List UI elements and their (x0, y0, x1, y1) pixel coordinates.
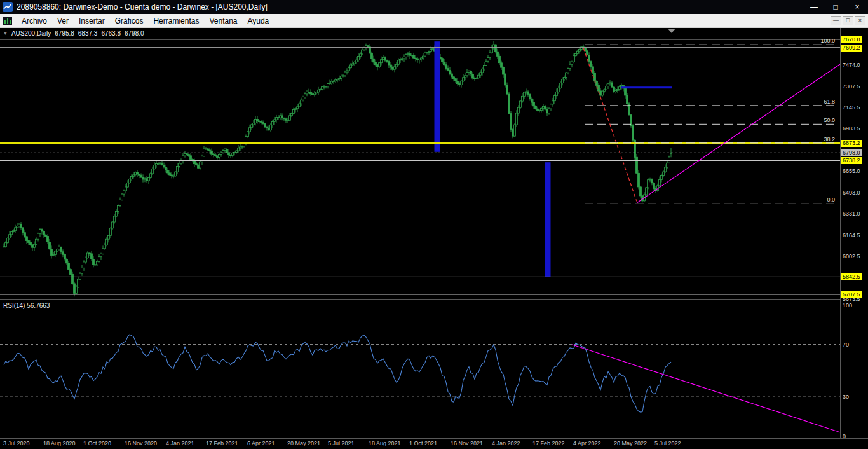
price-axis-label: 6983.5 (841, 125, 862, 132)
restore-button[interactable]: □ (825, 0, 846, 14)
menu-insertar[interactable]: Insertar (74, 14, 110, 27)
blue-vertical-mark (435, 41, 440, 152)
legend-symbol: AUS200,Daily (11, 30, 51, 37)
time-axis-label: 1 Oct 2021 (409, 440, 437, 446)
rsi-indicator-chart[interactable] (0, 300, 840, 438)
time-axis-label: 3 Jul 2020 (3, 440, 30, 446)
one-click-trading-arrow[interactable]: ▼ (3, 31, 8, 36)
legend-low: 6763.8 (101, 30, 121, 37)
time-axis-label: 4 Apr 2022 (573, 440, 601, 446)
mdi-restore-button[interactable]: □ (843, 16, 853, 25)
price-axis-label: 7145.5 (841, 104, 862, 111)
price-line-badge: 5842.5 (841, 273, 862, 280)
chart-shift-marker[interactable] (668, 29, 675, 33)
fib-label: 100.0 (820, 38, 835, 44)
blue-horizontal-mark (621, 86, 672, 88)
application-window: 2089058860: Darwinex-Demo - Cuenta demo … (0, 0, 868, 449)
time-axis-label: 6 Apr 2021 (247, 440, 275, 446)
menu-herramientas[interactable]: Herramientas (148, 14, 204, 27)
price-line-badge: 6873.2 (841, 140, 862, 147)
time-axis-label: 1 Oct 2020 (83, 440, 111, 446)
fib-label: 50.0 (824, 117, 835, 123)
legend-open: 6795.8 (55, 30, 74, 37)
price-axis-label: 6164.5 (841, 232, 862, 239)
price-chart[interactable]: 100.061.850.038.20.0 (0, 28, 840, 299)
time-axis-label: 20 May 2021 (287, 440, 320, 446)
horizontal-lines (0, 39, 840, 294)
rsi-trendline[interactable] (572, 345, 840, 432)
time-axis-label: 16 Nov 2020 (125, 440, 157, 446)
fib-label: 61.8 (824, 99, 835, 105)
time-axis-label: 20 May 2022 (614, 440, 647, 446)
price-axis-label: 7474.0 (841, 62, 862, 69)
menu-ver[interactable]: Ver (52, 14, 74, 27)
trendline-ascending[interactable] (637, 64, 840, 203)
rsi-axis-label: 0 (841, 433, 847, 440)
time-axis-label: 5 Jul 2021 (328, 440, 355, 446)
fib-label: 38.2 (824, 136, 835, 142)
time-axis-label: 18 Aug 2021 (369, 440, 401, 446)
menu-ayuda[interactable]: Ayuda (242, 14, 274, 27)
price-axis-label: 6493.0 (841, 190, 862, 197)
candles (3, 41, 672, 296)
rsi-legend: RSI(14) 56.7663 (3, 302, 50, 309)
legend-close: 6798.0 (125, 30, 144, 37)
rsi-line (4, 335, 671, 412)
time-axis[interactable]: 3 Jul 202018 Aug 20201 Oct 202016 Nov 20… (0, 439, 868, 449)
mdi-minimize-button[interactable]: — (831, 16, 841, 25)
trendline-red-dashed[interactable] (583, 48, 637, 201)
price-line-badge: 7609.2 (841, 45, 862, 52)
close-button[interactable]: × (846, 0, 868, 14)
time-axis-label: 4 Jan 2022 (492, 440, 520, 446)
menu-ventana[interactable]: Ventana (204, 14, 242, 27)
price-axis[interactable]: 7474.07307.57145.56983.56655.06493.06331… (841, 28, 868, 438)
rsi-axis-label: 30 (841, 394, 850, 401)
chart-window-icon (3, 17, 12, 25)
menu-graficos[interactable]: Gráficos (110, 14, 149, 27)
window-title: 2089058860: Darwinex-Demo - Cuenta demo … (17, 3, 268, 11)
rsi-axis-label: 70 (841, 342, 850, 349)
menu-archivo[interactable]: Archivo (17, 14, 52, 27)
fibonacci-retracement[interactable]: 100.061.850.038.20.0 (585, 38, 837, 204)
price-line-badge: 7670.8 (841, 36, 862, 43)
menu-bar: ArchivoVerInsertarGráficosHerramientasVe… (0, 14, 868, 28)
price-axis-label: 6655.0 (841, 168, 862, 175)
menu-items: ArchivoVerInsertarGráficosHerramientasVe… (17, 14, 274, 27)
time-axis-label: 18 Aug 2020 (43, 440, 76, 446)
blue-vertical-mark (545, 162, 551, 277)
fib-label: 0.0 (827, 197, 835, 203)
price-axis-label: 6331.0 (841, 211, 862, 218)
rsi-axis-label: 100 (841, 302, 853, 309)
chart-workspace: 100.061.850.038.20.0 ▼ AUS200,Daily 6795… (0, 28, 868, 449)
price-line-badge: 6738.2 (841, 157, 862, 164)
current-price-badge: 6798.0 (841, 149, 862, 156)
window-controls: — □ × (803, 0, 868, 14)
minimize-button[interactable]: — (803, 0, 825, 14)
price-axis-label: 6002.5 (841, 253, 862, 260)
title-bar: 2089058860: Darwinex-Demo - Cuenta demo … (0, 0, 868, 14)
time-axis-label: 16 Nov 2021 (451, 440, 483, 446)
mdi-close-button[interactable]: × (855, 16, 865, 25)
price-line-badge: 5707.5 (841, 291, 862, 298)
time-axis-label: 5 Jul 2022 (654, 440, 681, 446)
mdi-window-controls: — □ × (831, 16, 868, 25)
legend-high: 6837.3 (78, 30, 98, 37)
time-axis-label: 4 Jan 2021 (166, 440, 194, 446)
app-icon (3, 2, 13, 12)
time-axis-label: 17 Feb 2022 (532, 440, 565, 446)
price-axis-label: 7307.5 (841, 83, 862, 90)
chart-legend: ▼ AUS200,Daily 6795.8 6837.3 6763.8 6798… (3, 30, 148, 37)
time-axis-label: 17 Feb 2021 (206, 440, 238, 446)
